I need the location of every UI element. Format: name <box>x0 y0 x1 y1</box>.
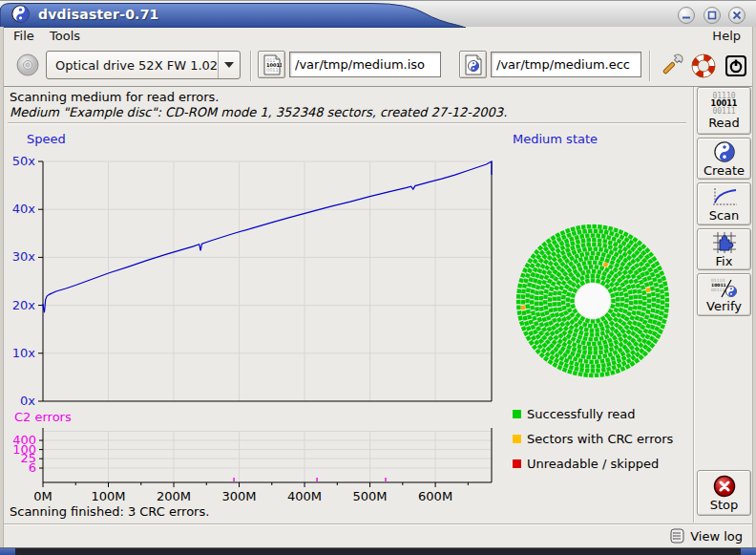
drive-selector-value: Optical drive 52X FW 1.02 <box>47 58 218 73</box>
app-logo-yinyang-icon <box>11 5 30 27</box>
toolbar: Optical drive 52X FW 1.02 011 10011 0011… <box>4 46 752 87</box>
chevron-down-icon <box>218 52 240 78</box>
app-window: dvdisaster-0.71 File Tools Help Optica <box>0 0 756 555</box>
legend-item-crc: Sectors with CRC errors <box>513 432 673 446</box>
menu-help[interactable]: Help <box>708 29 745 43</box>
eject-drive-button[interactable] <box>13 51 42 79</box>
status-line-medium: Medium "Example disc": CD-ROM mode 1, 35… <box>10 105 507 119</box>
speed-chart-title: Speed <box>27 132 66 146</box>
window-border-right <box>752 27 756 547</box>
svg-text:30x: 30x <box>12 249 36 264</box>
menu-tools[interactable]: Tools <box>46 29 84 43</box>
iso-path-input[interactable] <box>289 52 441 77</box>
svg-text:100M: 100M <box>91 489 125 503</box>
svg-text:400: 400 <box>12 433 36 447</box>
svg-text:50x: 50x <box>12 154 36 168</box>
legend-swatch-red <box>513 459 521 468</box>
sidebar-button-scan[interactable]: Scan <box>697 182 751 225</box>
drive-selector[interactable]: Optical drive 52X FW 1.02 <box>46 51 241 79</box>
statusbar: View log <box>4 523 752 547</box>
legend-swatch-orange <box>513 435 521 443</box>
scan-curve-icon <box>711 185 738 208</box>
create-button-label: Create <box>704 163 745 178</box>
quit-button[interactable] <box>722 52 750 80</box>
verify-icon: 01110 10011 00111 <box>710 276 739 299</box>
svg-text:400M: 400M <box>287 489 322 503</box>
fix-button-label: Fix <box>716 254 733 268</box>
binary-file-icon: 011 10011 00111 <box>262 54 282 75</box>
svg-text:10x: 10x <box>12 346 36 360</box>
svg-text:0x: 0x <box>20 394 35 405</box>
titlebar[interactable]: dvdisaster-0.71 <box>0 0 756 27</box>
scan-result-text: Scanning finished: 3 CRC errors. <box>10 504 209 519</box>
view-log-label: View log <box>690 529 743 544</box>
menubar: File Tools Help <box>4 27 752 46</box>
legend-swatch-green <box>513 410 521 418</box>
sidebar-button-create[interactable]: Create <box>697 138 751 180</box>
iso-image-button[interactable]: 011 10011 00111 <box>258 51 285 78</box>
medium-state-title: Medium state <box>513 132 598 146</box>
svg-text:20x: 20x <box>12 298 36 312</box>
read-button-label: Read <box>708 116 740 130</box>
toolbar-separator <box>250 51 252 81</box>
maximize-button[interactable] <box>704 7 721 24</box>
svg-text:500M: 500M <box>353 489 388 503</box>
window-border-left <box>0 27 4 547</box>
verify-button-label: Verify <box>706 299 742 313</box>
svg-text:200M: 200M <box>157 489 191 503</box>
sidebar-separator <box>693 87 695 523</box>
sidebar-button-read[interactable]: 011101001100111 Read <box>697 87 751 135</box>
c2-errors-chart: 6251004000M100M200M300M400M500M600M <box>8 426 496 506</box>
legend-item-unreadable: Unreadable / skipped <box>513 457 659 471</box>
svg-text:0M: 0M <box>33 489 52 503</box>
cd-icon <box>15 53 40 77</box>
log-icon <box>670 528 685 544</box>
stop-button-label: Stop <box>710 498 739 512</box>
scan-button-label: Scan <box>709 208 740 223</box>
svg-text:600M: 600M <box>418 489 452 503</box>
window-border-bottom <box>0 547 756 555</box>
status-line-action: Scanning medium for read errors. <box>10 90 219 104</box>
speed-chart: 0x10x20x30x40x50x <box>8 145 496 405</box>
medium-state-disc <box>511 219 675 383</box>
toolbar-separator <box>649 51 651 81</box>
heading-separator <box>8 122 686 124</box>
svg-text:00111: 00111 <box>266 67 282 73</box>
legend-item-success: Successfully read <box>513 407 635 421</box>
ecc-file-yinyang-icon <box>464 54 483 75</box>
stop-icon <box>713 475 736 498</box>
view-log-button[interactable]: View log <box>670 528 743 544</box>
svg-text:00111: 00111 <box>711 288 724 292</box>
wrench-icon <box>659 53 683 78</box>
puzzle-piece-icon <box>712 231 737 254</box>
power-icon <box>724 53 748 78</box>
ecc-file-button[interactable] <box>459 51 487 78</box>
legend-label: Unreadable / skipped <box>527 457 659 471</box>
close-button[interactable] <box>728 7 746 24</box>
preferences-button[interactable] <box>657 52 685 80</box>
svg-text:300M: 300M <box>222 489 257 503</box>
ecc-path-input[interactable] <box>491 52 641 77</box>
window-title: dvdisaster-0.71 <box>38 7 159 22</box>
legend-label: Successfully read <box>527 407 635 421</box>
legend-label: Sectors with CRC errors <box>527 432 673 446</box>
help-button[interactable] <box>689 52 718 80</box>
yinyang-icon <box>714 140 735 163</box>
lifesaver-icon <box>691 53 716 78</box>
sidebar-button-verify[interactable]: 01110 10011 00111 Verify <box>697 273 751 316</box>
menu-file[interactable]: File <box>10 29 38 43</box>
svg-text:40x: 40x <box>12 202 36 216</box>
binary-rows-icon: 011101001100111 <box>711 93 738 116</box>
c2-chart-title: C2 errors <box>14 410 72 424</box>
sidebar-button-fix[interactable]: Fix <box>697 228 751 270</box>
stop-button[interactable]: Stop <box>697 470 751 516</box>
minimize-button[interactable] <box>678 7 695 24</box>
